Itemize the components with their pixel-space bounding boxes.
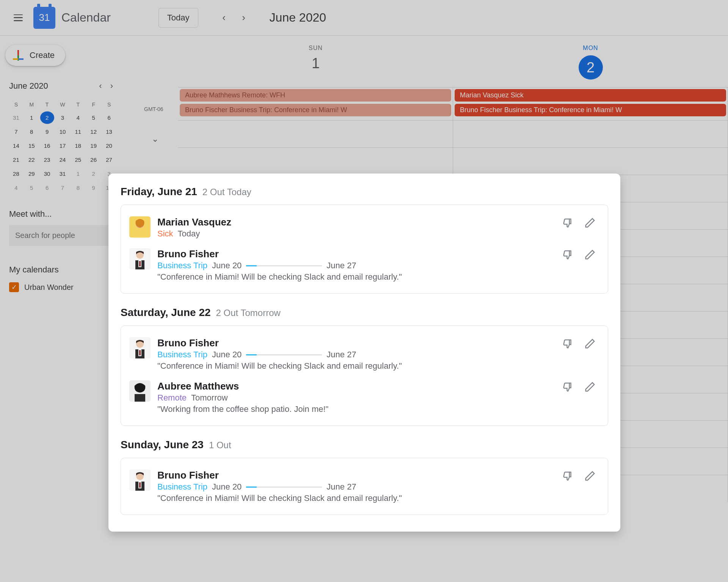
thumbs-down-button[interactable] [562,249,574,260]
all-day-event[interactable]: Bruno Fischer Business Trip: Conference … [180,104,451,116]
meet-with-section: Meet with... [5,209,120,246]
mini-cal-day[interactable]: 24 [56,153,70,166]
day-column-header[interactable]: MON2 [453,36,728,80]
mini-cal-day[interactable]: 7 [9,125,23,138]
range-start: June 20 [212,261,242,271]
mini-cal-day[interactable]: 6 [102,111,116,124]
all-day-event[interactable]: Bruno Fischer Business Trip: Conference … [455,104,726,116]
day-number[interactable]: 1 [178,55,453,72]
mini-cal-day[interactable]: 9 [40,125,54,138]
mini-cal-day[interactable]: 2 [40,111,54,124]
entries-card: Bruno FisherBusiness TripJune 20June 27"… [121,458,608,515]
thumbs-down-button[interactable] [562,338,574,349]
search-people-input[interactable] [9,225,116,246]
mini-cal-day[interactable]: 1 [25,111,39,124]
today-button[interactable]: Today [158,8,198,28]
thumbs-down-button[interactable] [562,381,574,393]
mini-cal-day[interactable]: 18 [71,139,85,152]
all-day-event[interactable]: Marian Vasquez Sick [455,89,726,102]
mini-cal-day[interactable]: 4 [71,111,85,124]
mini-cal-day[interactable]: 21 [9,153,23,166]
mini-cal-day[interactable]: 27 [102,153,116,166]
mini-cal-day[interactable]: 16 [40,139,54,152]
status-label: Business Trip [157,350,207,360]
day-column-header[interactable]: SUN1 [178,36,453,80]
mini-cal-day[interactable]: 3 [56,111,70,124]
mini-cal-dow: W [56,99,70,110]
mini-cal-day[interactable]: 17 [56,139,70,152]
next-period-button[interactable]: › [235,9,252,26]
range-end: June 27 [326,261,356,271]
mini-cal-day[interactable]: 9 [86,181,100,194]
day-section-subtitle: 2 Out Tomorrow [216,308,281,318]
mini-cal-day[interactable]: 31 [56,167,70,180]
mini-cal-day[interactable]: 7 [56,181,70,194]
day-section-title: Friday, June 21 [121,186,197,198]
calendar-checkbox[interactable]: ✓ [9,282,19,292]
status-label: Remote [157,393,187,403]
all-day-cell[interactable]: Aubree Mathhews Remote: WFHBruno Fischer… [178,88,453,120]
mini-cal-day[interactable]: 25 [71,153,85,166]
edit-button[interactable] [584,338,596,349]
day-number[interactable]: 2 [579,55,603,80]
avatar [129,248,151,269]
plus-icon [13,50,24,61]
edit-button[interactable] [584,249,596,260]
expand-all-day-button[interactable]: ⌄ [152,134,158,144]
entry-note: "Conference in Miami! Will be checking S… [157,361,599,371]
calendar-item[interactable]: ✓ Urban Wonder [9,282,116,292]
mini-cal-day[interactable]: 5 [25,181,39,194]
create-button[interactable]: Create [5,45,65,66]
timezone-label: GMT-06 [144,106,163,112]
mini-cal-day[interactable]: 19 [86,139,100,152]
mini-cal-day[interactable]: 4 [9,181,23,194]
mini-cal-day[interactable]: 15 [25,139,39,152]
edit-button[interactable] [584,217,596,228]
person-name: Marian Vasquez [157,216,599,228]
mini-cal-day[interactable]: 26 [86,153,100,166]
all-day-cell[interactable]: Marian Vasquez SickBruno Fischer Busines… [453,88,728,120]
mini-cal-day[interactable]: 8 [71,181,85,194]
hour-row[interactable] [178,147,728,175]
mini-cal-next-button[interactable]: › [107,80,116,92]
calendar-logo-icon: 31 [33,7,55,29]
thumbs-down-button[interactable] [562,217,574,228]
mini-cal-day[interactable]: 28 [9,167,23,180]
mini-cal-prev-button[interactable]: ‹ [96,80,105,92]
all-day-event[interactable]: Aubree Mathhews Remote: WFH [180,89,451,102]
mini-cal-day[interactable]: 29 [25,167,39,180]
mini-cal-day[interactable]: 20 [102,139,116,152]
day-section-title: Sunday, June 23 [121,439,204,451]
prev-period-button[interactable]: ‹ [216,9,232,26]
edit-button[interactable] [584,470,596,482]
edit-button[interactable] [584,381,596,393]
mini-cal-day[interactable]: 8 [25,125,39,138]
mini-cal-day[interactable]: 1 [71,167,85,180]
mini-cal-dow: T [71,99,85,110]
mini-cal-day[interactable]: 12 [86,125,100,138]
calendar-name: Urban Wonder [24,283,74,292]
mini-cal-day[interactable]: 22 [25,153,39,166]
hour-row[interactable] [178,120,728,147]
mini-cal-day[interactable]: 6 [40,181,54,194]
mini-cal-day[interactable]: 2 [86,167,100,180]
mini-cal-day[interactable]: 23 [40,153,54,166]
mini-cal-day[interactable]: 10 [56,125,70,138]
person-entry: Bruno FisherBusiness TripJune 20June 27"… [129,243,599,286]
mini-cal-day[interactable]: 13 [102,125,116,138]
day-of-week-label: MON [453,45,728,52]
mini-cal-day[interactable]: 14 [9,139,23,152]
mini-cal-day[interactable]: 5 [86,111,100,124]
date-range-bar [246,354,322,355]
mini-cal-dow: M [25,99,39,110]
thumbs-down-button[interactable] [562,470,574,482]
mini-cal-day[interactable]: 30 [40,167,54,180]
person-name: Aubree Matthews [157,380,599,392]
mini-cal-day[interactable]: 31 [9,111,23,124]
day-section: Saturday, June 222 Out TomorrowBruno Fis… [121,307,608,426]
mini-cal-dow: T [40,99,54,110]
main-menu-button[interactable] [9,9,27,27]
mini-cal-day[interactable]: 11 [71,125,85,138]
view-date-title: June 2020 [270,11,326,25]
person-name: Bruno Fisher [157,248,599,260]
